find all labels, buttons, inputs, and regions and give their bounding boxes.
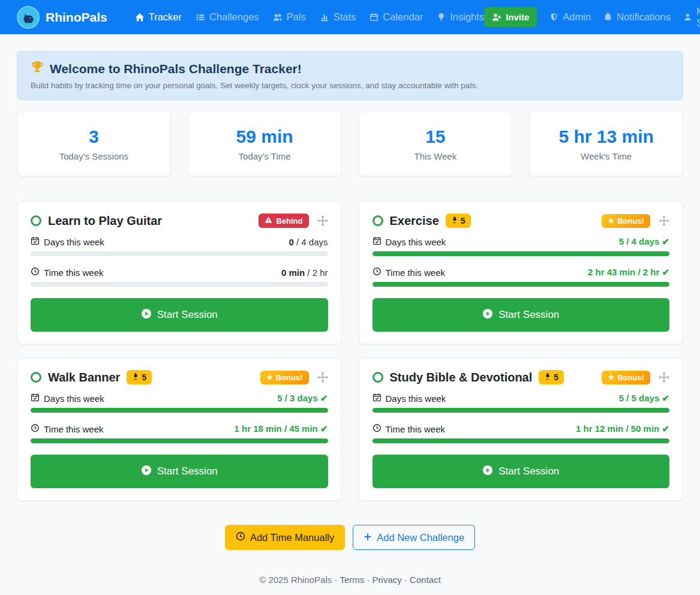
- metric-label: Days this week: [44, 237, 104, 247]
- people-icon: [273, 13, 283, 22]
- streak-badge: 5: [446, 214, 471, 228]
- play-circle-icon: [482, 465, 493, 479]
- play-circle-icon: [141, 465, 152, 479]
- metric-label: Time this week: [44, 424, 103, 434]
- days-progress-bar: [31, 408, 328, 413]
- time-progress-bar: [372, 438, 670, 443]
- nav-item-stats[interactable]: Stats: [320, 11, 356, 23]
- circle-icon: [31, 372, 41, 383]
- stat-label: Today's Time: [239, 151, 291, 161]
- time-progress-bar: [31, 282, 328, 287]
- challenge-card-guitar: Learn to Play Guitar Behind Days this we…: [17, 201, 342, 344]
- brand-link[interactable]: RhinoPals: [17, 6, 107, 29]
- move-icon[interactable]: [317, 215, 328, 226]
- start-session-button[interactable]: Start Session: [31, 455, 328, 488]
- nav-label: Insights: [450, 11, 484, 23]
- add-time-button[interactable]: Add Time Manually: [225, 525, 345, 550]
- nav-item-pals[interactable]: Pals: [273, 11, 306, 23]
- metric-label: Days this week: [44, 393, 104, 404]
- welcome-banner: Welcome to RhinoPals Challenge Tracker! …: [17, 51, 683, 100]
- start-session-button[interactable]: Start Session: [372, 298, 670, 332]
- behind-badge: Behind: [259, 214, 308, 228]
- challenge-title: Walk Banner: [48, 371, 120, 384]
- add-challenge-button[interactable]: Add New Challenge: [353, 525, 475, 550]
- days-value: 5 / 3 days ✔: [277, 393, 328, 404]
- stat-label: Week's Time: [581, 151, 632, 161]
- nav-item-insights[interactable]: Insights: [437, 11, 484, 23]
- nav-label: Pals: [287, 11, 306, 23]
- calendar-check-icon: [372, 393, 381, 404]
- stat-value: 15: [425, 127, 445, 147]
- badge-label: Bonus!: [276, 373, 303, 382]
- days-value: 5 / 4 days ✔: [619, 236, 669, 247]
- person-plus-icon: [492, 13, 501, 22]
- copyright-text: © 2025 RhinoPals: [259, 575, 332, 585]
- footer-link-privacy[interactable]: Privacy: [372, 575, 402, 585]
- streak-count: 5: [461, 216, 465, 226]
- user-name: Mel Soto: [696, 6, 700, 29]
- clock-icon: [31, 267, 40, 278]
- move-icon[interactable]: [659, 372, 669, 383]
- start-label: Start Session: [498, 465, 559, 477]
- rhino-logo-icon: [17, 6, 40, 29]
- streak-count: 5: [554, 372, 558, 382]
- invite-label: Invite: [506, 12, 529, 22]
- days-progress-bar: [372, 251, 670, 256]
- nav-item-notifications[interactable]: Notifications: [603, 11, 671, 23]
- footer-link-contact[interactable]: Contact: [410, 575, 441, 585]
- badge-label: Behind: [276, 217, 302, 226]
- time-progress-bar: [372, 282, 670, 287]
- calendar-check-icon: [31, 393, 40, 404]
- calendar-check-icon: [372, 236, 381, 247]
- stat-value: 59 min: [236, 127, 293, 147]
- challenge-card-study-bible: Study Bible & Devotional 5 ★ Bonus!: [359, 357, 684, 501]
- metric-label: Days this week: [386, 393, 446, 404]
- nav-item-tracker[interactable]: Tracker: [135, 11, 182, 23]
- welcome-title: Welcome to RhinoPals Challenge Tracker!: [50, 62, 302, 76]
- invite-button[interactable]: Invite: [484, 7, 537, 27]
- footer-link-terms[interactable]: Terms: [340, 575, 364, 585]
- start-label: Start Session: [157, 465, 218, 477]
- streak-count: 5: [142, 372, 146, 382]
- nav-item-admin[interactable]: Admin: [549, 11, 591, 23]
- move-icon[interactable]: [317, 372, 328, 383]
- move-icon[interactable]: [659, 215, 669, 226]
- stat-card-todays-time: 59 min Today's Time: [188, 112, 342, 176]
- star-icon: ★: [266, 374, 273, 381]
- clock-icon: [236, 531, 245, 543]
- add-time-label: Add Time Manually: [250, 532, 334, 543]
- shield-icon: [549, 13, 558, 22]
- nav-item-challenges[interactable]: Challenges: [196, 11, 259, 23]
- nav-label: Challenges: [209, 11, 259, 23]
- circle-icon: [31, 215, 41, 226]
- stats-row: 3 Today's Sessions 59 min Today's Time 1…: [17, 112, 683, 176]
- bottom-actions: Add Time Manually Add New Challenge: [17, 525, 683, 550]
- challenge-card-walk-banner: Walk Banner 5 ★ Bonus! Da: [17, 357, 342, 501]
- user-menu[interactable]: Mel Soto ▾: [683, 6, 700, 29]
- bonus-badge: ★ Bonus!: [602, 214, 650, 228]
- footer-separator: ·: [366, 575, 369, 585]
- streak-badge: 5: [539, 370, 564, 384]
- start-session-button[interactable]: Start Session: [372, 455, 670, 488]
- time-value: 1 hr 18 min / 45 min ✔: [235, 423, 328, 434]
- bonus-badge: ★ Bonus!: [260, 371, 309, 384]
- home-icon: [135, 13, 145, 22]
- circle-icon: [372, 372, 383, 383]
- flame-icon: [451, 216, 458, 226]
- welcome-subtitle: Build habits by tracking time on your pe…: [31, 81, 669, 90]
- days-value: 0 / 4 days: [289, 237, 328, 247]
- badge-label: Bonus!: [617, 217, 644, 226]
- circle-icon: [372, 215, 383, 226]
- challenge-card-exercise: Exercise 5 ★ Bonus! Days: [359, 201, 684, 344]
- play-circle-icon: [482, 308, 493, 322]
- metric-label: Time this week: [386, 268, 445, 278]
- nav-label: Calendar: [383, 11, 423, 23]
- start-session-button[interactable]: Start Session: [31, 298, 328, 332]
- time-progress-bar: [31, 438, 328, 443]
- add-challenge-label: Add New Challenge: [377, 532, 464, 543]
- days-progress-bar: [31, 251, 328, 256]
- brand-name: RhinoPals: [46, 10, 107, 25]
- star-icon: ★: [608, 217, 614, 224]
- nav-label: Notifications: [617, 11, 671, 23]
- nav-item-calendar[interactable]: Calendar: [369, 11, 423, 23]
